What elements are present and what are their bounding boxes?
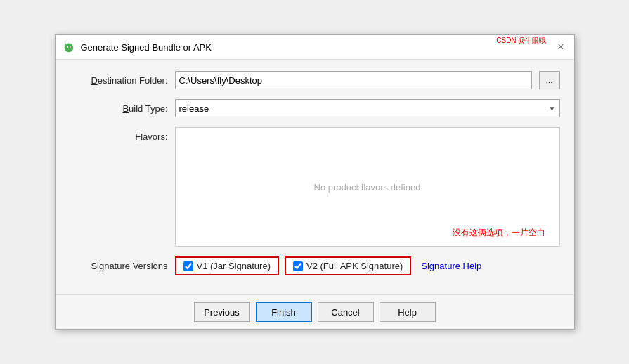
help-button[interactable]: Help (380, 302, 436, 322)
svg-point-5 (69, 46, 70, 48)
svg-point-4 (67, 46, 68, 48)
signature-versions-label: Signature Versions (70, 261, 168, 271)
finish-button[interactable]: Finish (256, 302, 312, 322)
v2-checkbox[interactable] (293, 261, 303, 271)
flavors-annotation: 没有这俩选项，一片空白 (453, 227, 545, 239)
destination-folder-row: Destination Folder: ... (70, 71, 560, 89)
csdn-badge: CSDN @牛眼哦 (496, 36, 546, 46)
flavors-box: No product flavors defined 没有这俩选项，一片空白 (175, 127, 560, 247)
v1-checkbox[interactable] (183, 261, 193, 271)
dialog-title: Generate Signed Bundle or APK (81, 42, 212, 53)
generate-signed-dialog: Generate Signed Bundle or APK × Destinat… (55, 34, 575, 330)
signature-checkboxes: V1 (Jar Signature) V2 (Full APK Signatur… (175, 256, 482, 275)
cancel-button[interactable]: Cancel (318, 302, 374, 322)
svg-rect-2 (66, 49, 67, 52)
close-button[interactable]: × (555, 41, 566, 53)
destination-folder-input[interactable] (175, 71, 532, 89)
build-type-row: Build Type: release debug ▼ (70, 99, 560, 117)
build-type-label: Build Type: (70, 103, 168, 114)
no-flavors-text: No product flavors defined (314, 182, 421, 193)
v1-label: V1 (Jar Signature) (197, 261, 271, 271)
v2-checkbox-group: V2 (Full APK Signature) (285, 256, 411, 275)
signature-help-link[interactable]: Signature Help (421, 261, 481, 271)
title-bar-left: Generate Signed Bundle or APK (63, 41, 212, 53)
flavors-label: Flavors: (70, 127, 168, 142)
dialog-content: Destination Folder: ... Build Type: rele… (56, 60, 574, 294)
build-type-select[interactable]: release debug (175, 99, 560, 117)
v2-label: V2 (Full APK Signature) (306, 261, 403, 271)
build-type-select-wrapper: release debug ▼ (175, 99, 560, 117)
browse-button[interactable]: ... (539, 71, 560, 89)
android-icon (63, 41, 75, 53)
v1-checkbox-group: V1 (Jar Signature) (175, 256, 280, 275)
destination-folder-label: Destination Folder: (70, 75, 168, 86)
previous-button[interactable]: Previous (194, 302, 250, 322)
signature-versions-row: Signature Versions V1 (Jar Signature) V2… (70, 256, 560, 275)
svg-rect-3 (70, 49, 71, 52)
flavors-row: Flavors: No product flavors defined 没有这俩… (70, 127, 560, 247)
dialog-footer: Previous Finish Cancel Help (56, 294, 574, 329)
